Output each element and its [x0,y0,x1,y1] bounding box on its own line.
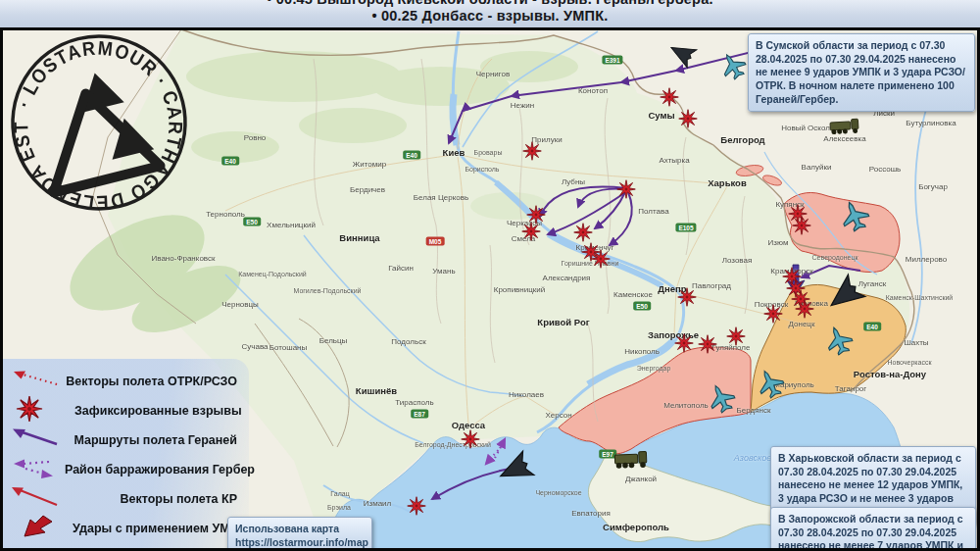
umpk-strike-icon [6,514,73,543]
info-box-zaporizhzhia: В Запорожской области за период с 07.30 … [770,507,976,551]
legend-item-explosions: Зафиксированные взрывы [6,396,241,426]
explosion-icon [6,396,74,426]
attribution-url: https://lostarmour.info/map [235,536,365,550]
legend-label: Векторы полета ОТРК/РСЗО [65,375,241,388]
otrk-vector-icon [6,367,65,396]
legend-label: Зафиксированные взрывы [74,404,246,418]
legend-label: Маршруты полета Гераней [65,433,241,447]
legend-item-otrk: Векторы полета ОТРК/РСЗО [6,367,241,396]
title-bar: • 00.45 Вышгород Киевской области - взры… [0,0,980,27]
info-box-sumy: В Сумской области за период с 07.30 28.0… [748,33,975,112]
legend-label: Векторы полета КР [65,492,241,506]
legend-item-geran: Маршруты полета Гераней [6,426,241,455]
legend-item-umpk: Удары с применением УМПК [6,514,241,543]
gerbera-loiter-icon [6,455,65,484]
legend-item-cruise: Векторы полета КР [6,484,241,514]
geran-route-icon [6,426,65,455]
legend-item-gerbera: Район барражирования Гербер [6,455,241,484]
legend-label: Район барражирования Гербер [65,463,259,476]
attribution-line: Использована карта [235,523,365,536]
legend-label: Удары с применением УМПК [73,522,250,535]
cruise-missile-icon [6,484,65,514]
legend-panel: Векторы полета ОТРК/РСЗО Зафиксированные… [0,359,249,551]
map-attribution: Использована карта https://lostarmour.in… [227,517,372,551]
title-line-1: • 00.45 Вышгород Киевской области - взры… [0,0,980,8]
title-line-2: • 00.25 Донбасс - взрывы. УМПК. [0,8,980,25]
map-screenshot: РовноЖитомирБердичевБелая ЦерковьТернопо… [0,0,980,551]
